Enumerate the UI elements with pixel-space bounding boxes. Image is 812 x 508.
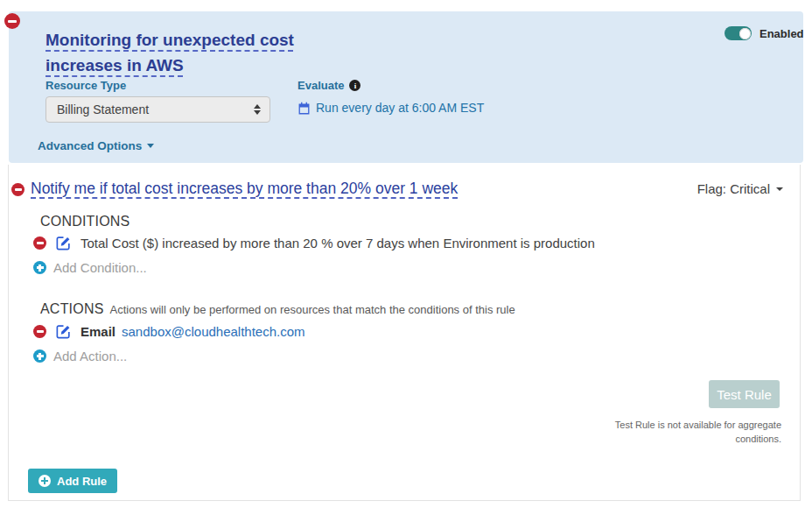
condition-row: Total Cost ($) increased by more than 20… bbox=[33, 235, 595, 251]
test-rule-note: Test Rule is not available for aggregate… bbox=[578, 418, 781, 446]
add-condition-button[interactable]: Add Condition... bbox=[33, 260, 147, 275]
edit-action-icon[interactable] bbox=[55, 323, 72, 340]
add-action-button[interactable]: Add Action... bbox=[33, 349, 127, 363]
add-condition-label: Add Condition... bbox=[53, 260, 147, 275]
rule-title-link[interactable]: Notify me if total cost increases by mor… bbox=[31, 180, 458, 198]
advanced-options-toggle[interactable]: Advanced Options bbox=[38, 139, 154, 152]
condition-text: Total Cost ($) increased by more than 20… bbox=[80, 236, 595, 250]
enabled-toggle[interactable] bbox=[724, 26, 752, 40]
remove-action-icon[interactable] bbox=[33, 325, 46, 338]
actions-heading-row: ACTIONS Actions will only be performed o… bbox=[40, 301, 775, 317]
chevron-down-icon bbox=[776, 187, 783, 191]
policy-editor-screen: Monitoring for unexpected cost increases… bbox=[0, 0, 812, 508]
calendar-icon bbox=[298, 102, 311, 115]
add-rule-label: Add Rule bbox=[57, 475, 107, 488]
select-spinner-icon bbox=[254, 104, 261, 116]
actions-heading: ACTIONS bbox=[40, 301, 104, 317]
enabled-label: Enabled bbox=[760, 27, 804, 40]
evaluate-label-row: Evaluate i bbox=[298, 79, 360, 92]
add-action-label: Add Action... bbox=[53, 349, 127, 363]
resource-type-label: Resource Type bbox=[46, 79, 126, 92]
evaluate-schedule[interactable]: Run every day at 6:00 AM EST bbox=[298, 101, 484, 115]
toggle-knob bbox=[739, 28, 751, 39]
resource-type-select[interactable]: Billing Statement bbox=[46, 96, 270, 123]
advanced-options-label: Advanced Options bbox=[38, 139, 142, 152]
policy-header-panel: Monitoring for unexpected cost increases… bbox=[9, 11, 803, 163]
add-rule-button[interactable]: Add Rule bbox=[28, 469, 117, 493]
flag-dropdown[interactable]: Flag: Critical bbox=[697, 181, 783, 196]
test-rule-button[interactable]: Test Rule bbox=[709, 380, 780, 408]
info-icon[interactable]: i bbox=[349, 80, 360, 91]
remove-policy-icon[interactable] bbox=[4, 13, 20, 29]
policy-title-link[interactable]: Monitoring for unexpected cost increases… bbox=[46, 27, 295, 78]
action-email-link[interactable]: sandbox@cloudhealthtech.com bbox=[122, 324, 305, 339]
action-type: Email bbox=[80, 324, 116, 339]
plus-icon bbox=[38, 475, 51, 487]
plus-icon bbox=[33, 349, 46, 363]
rule-title-row: Notify me if total cost increases by mor… bbox=[11, 180, 801, 198]
enabled-control: Enabled bbox=[724, 26, 804, 40]
plus-icon bbox=[33, 261, 46, 274]
remove-rule-icon[interactable] bbox=[11, 183, 24, 196]
chevron-down-icon bbox=[147, 144, 154, 148]
action-row: Email sandbox@cloudhealthtech.com bbox=[33, 323, 305, 340]
conditions-heading: CONDITIONS bbox=[40, 214, 130, 229]
evaluate-label: Evaluate bbox=[298, 79, 344, 92]
actions-subtitle: Actions will only be performed on resour… bbox=[110, 303, 515, 316]
remove-condition-icon[interactable] bbox=[33, 236, 46, 250]
edit-condition-icon[interactable] bbox=[55, 235, 72, 251]
resource-type-value: Billing Statement bbox=[57, 102, 254, 116]
flag-label: Flag: Critical bbox=[697, 181, 770, 196]
schedule-text: Run every day at 6:00 AM EST bbox=[316, 101, 484, 115]
